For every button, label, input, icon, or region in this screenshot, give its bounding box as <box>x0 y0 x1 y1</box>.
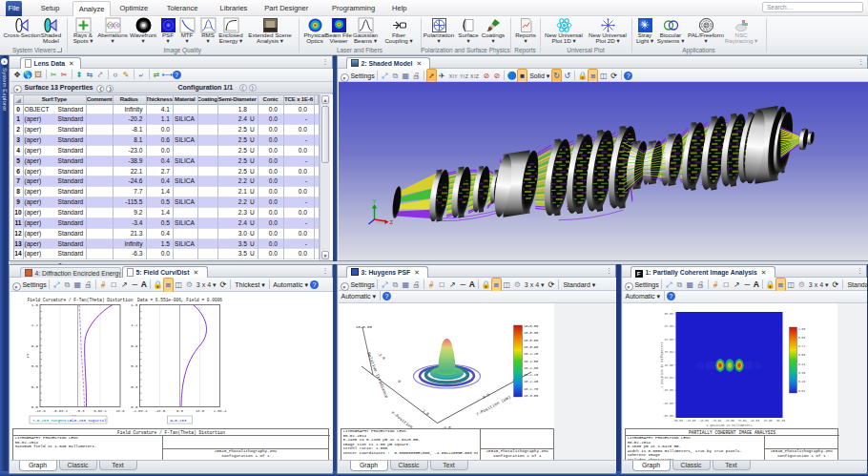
svg-text:Y position in Millimeters: Y position in Millimeters <box>659 342 663 388</box>
svg-text:3e-03: 3e-03 <box>664 313 672 316</box>
svg-text:-5.0e-1: -5.0e-1 <box>52 409 69 413</box>
svg-text:Y: Y <box>372 198 376 204</box>
svg-text:1.5: 1.5 <box>131 303 138 307</box>
svg-text:0.3: 0.3 <box>31 385 38 389</box>
svg-text:0.6: 0.6 <box>131 364 138 368</box>
svg-text:0.44: 0.44 <box>798 363 805 366</box>
svg-text:1e-03: 1e-03 <box>664 339 672 341</box>
svg-text:1E-0.60: 1E-0.60 <box>524 339 538 342</box>
svg-text:+Y: +Y <box>26 353 30 359</box>
svg-text:1E-1.80: 1E-1.80 <box>524 366 538 370</box>
svg-text:2e-05: 2e-05 <box>664 364 672 367</box>
svg-text:1E-1.50: 1E-1.50 <box>524 360 538 363</box>
svg-text:7e-04: 7e-04 <box>737 420 746 423</box>
svg-text:2e-03: 2e-03 <box>664 325 672 328</box>
svg-text:S—0.263 Sagittal: S—0.263 Sagittal <box>70 419 107 423</box>
svg-text:1E+0.00: 1E+0.00 <box>524 324 538 328</box>
svg-text:Relative Irradiance: Relative Irradiance <box>366 352 389 400</box>
svg-text:1E-0.90: 1E-0.90 <box>524 345 538 349</box>
svg-text:0.0: 0.0 <box>176 409 184 413</box>
svg-text:-2e-03: -2e-03 <box>662 403 672 405</box>
svg-text:1e-03: 1e-03 <box>750 420 758 423</box>
svg-text:0.58: 0.58 <box>798 354 805 357</box>
svg-text:-2.0e-4: -2.0e-4 <box>132 409 148 413</box>
svg-text:7e-04: 7e-04 <box>664 351 672 354</box>
svg-text:-3e-03: -3e-03 <box>672 420 683 423</box>
svg-text:1E-0.30: 1E-0.30 <box>524 331 538 335</box>
svg-text:0.02: 0.02 <box>798 390 805 393</box>
svg-text:0.86: 0.86 <box>798 337 805 340</box>
svg-text:W—0.263: W—0.263 <box>170 419 186 423</box>
svg-text:-1e-03: -1e-03 <box>698 420 709 423</box>
svg-text:T—0.263 Tangential: T—0.263 Tangential <box>32 419 74 423</box>
svg-text:1.0: 1.0 <box>422 409 430 417</box>
svg-text:5.0e-1: 5.0e-1 <box>93 409 107 413</box>
svg-text:-7e-04: -7e-04 <box>662 377 672 380</box>
svg-text:0.0: 0.0 <box>482 393 490 400</box>
svg-text:-1e-6: -1e-6 <box>34 409 46 413</box>
svg-text:1E-2.40: 1E-2.40 <box>524 380 538 383</box>
svg-text:-7e-04: -7e-04 <box>711 420 721 423</box>
svg-text:2e-03: 2e-03 <box>763 420 772 423</box>
svg-text:X position in Millimeters: X position in Millimeters <box>706 424 752 427</box>
svg-text:0: 0 <box>397 380 402 384</box>
svg-text:-2e-05: -2e-05 <box>724 420 734 423</box>
svg-text:1E-2.10: 1E-2.10 <box>524 373 538 377</box>
svg-text:0.3: 0.3 <box>131 385 138 389</box>
svg-text:Z: Z <box>389 219 393 225</box>
svg-text:1E-2.70: 1E-2.70 <box>524 387 538 391</box>
svg-text:-2.0: -2.0 <box>376 352 386 361</box>
svg-text:0.72: 0.72 <box>798 345 805 348</box>
svg-text:1.2: 1.2 <box>131 323 138 327</box>
svg-text:1E+0.00: 1E+0.00 <box>356 325 372 329</box>
svg-text:Data = 6.551e-006, Field = 0.0: Data = 6.551e-006, Field = 0.0006 <box>136 298 221 302</box>
svg-text:3e-03: 3e-03 <box>775 420 784 423</box>
svg-text:0.9: 0.9 <box>31 344 38 348</box>
svg-text:1.2: 1.2 <box>31 323 38 327</box>
svg-text:2.0e-4: 2.0e-4 <box>213 409 226 413</box>
svg-text:Field Curvature / F-Tan(Theta): Field Curvature / F-Tan(Theta) Distortio… <box>27 298 133 302</box>
svg-text:0.16: 0.16 <box>798 381 805 383</box>
svg-text:0.30: 0.30 <box>798 372 805 375</box>
svg-text:-1e-03: -1e-03 <box>662 389 672 392</box>
svg-text:1.00: 1.00 <box>798 328 805 331</box>
svg-text:1e-5: 1e-5 <box>195 409 204 413</box>
svg-text:-1e-5: -1e-5 <box>154 409 165 413</box>
svg-text:Y-Position (µm): Y-Position (µm) <box>475 394 511 416</box>
svg-text:1E-3.00: 1E-3.00 <box>524 394 538 398</box>
svg-text:1E-1.20: 1E-1.20 <box>524 352 538 356</box>
svg-text:0.9: 0.9 <box>131 344 138 348</box>
svg-text:1e-6: 1e-6 <box>115 409 125 413</box>
svg-text:1.5: 1.5 <box>31 303 38 307</box>
svg-text:0.6: 0.6 <box>31 364 38 368</box>
svg-text:-0.3: -0.3 <box>75 409 85 413</box>
svg-text:-2e-03: -2e-03 <box>685 420 695 423</box>
svg-text:-3e-03: -3e-03 <box>662 415 672 418</box>
